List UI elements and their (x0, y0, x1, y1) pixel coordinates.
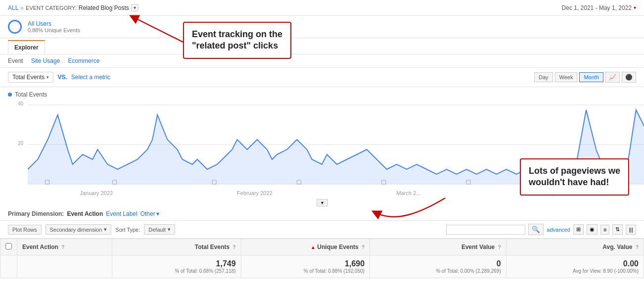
legend-label: Total Events (15, 91, 47, 98)
secondary-dim-arrow: ▾ (104, 226, 107, 233)
unique-events-cell: 1,690 % of Total: 0.88% (192,050) (241, 255, 370, 278)
breadcrumb-event-val: Related Blog Posts (79, 4, 129, 11)
event-value-sub: % of Total: 0.00% (2,289,269) (375, 268, 501, 274)
table-total-row: 1,749 % of Total: 0.68% (257,118) 1,690 … (0, 255, 644, 278)
total-events-value: 1,749 (117, 259, 236, 268)
tabs-row: Explorer (0, 38, 644, 54)
primary-dim-event-action[interactable]: Event Action (67, 210, 103, 217)
breadcrumb-all[interactable]: ALL (8, 4, 18, 11)
th-checkbox (0, 239, 17, 255)
date-range[interactable]: Dec 1, 2021 - May 1, 2022 ▾ (562, 4, 636, 11)
total-events-sub: % of Total: 0.68% (257,118) (117, 268, 236, 274)
scatter-chart-icon-btn[interactable]: ⚫ (622, 72, 636, 83)
subtabs-row: Event Site Usage Ecommerce (0, 54, 644, 68)
custom-view-btn[interactable]: ||| (626, 225, 636, 235)
legend-dot (8, 93, 12, 97)
bar-view-btn[interactable]: ≡ (600, 225, 609, 235)
line-chart-icon-btn[interactable]: 📈 (605, 72, 620, 83)
date-range-arrow: ▾ (634, 5, 636, 10)
avg-value-cell: 0.00 Avg for View: 8.90 (-100.00%) (506, 255, 644, 278)
data-table: Event Action ? Total Events ? ▲ Unique E… (0, 239, 644, 278)
th-unique-events-help[interactable]: ? (362, 245, 365, 250)
select-metric[interactable]: Select a metric (71, 74, 110, 81)
other-arrow: ▾ (156, 210, 159, 217)
date-range-text: Dec 1, 2021 - May 1, 2022 (562, 4, 632, 11)
scroll-indicator: ▾ (8, 198, 636, 207)
th-total-events-help[interactable]: ? (233, 245, 236, 250)
vs-label: VS. (57, 74, 67, 81)
search-input[interactable] (446, 225, 525, 235)
annotation-text-2: Lots of pageviews wewouldn't have had! (529, 166, 620, 187)
segment-bar: All Users 0.88% Unique Events (0, 16, 644, 38)
sort-type-label: Sort Type: (115, 227, 140, 233)
th-total-events: Total Events ? (112, 239, 241, 255)
primary-dim-event-label[interactable]: Event Label (106, 210, 137, 217)
other-label: Other (140, 210, 155, 217)
th-event-action-help[interactable]: ? (61, 245, 64, 250)
scroll-btn[interactable]: ▾ (317, 199, 328, 206)
search-button[interactable]: 🔍 (528, 224, 544, 235)
y-label-40: 40 (18, 101, 23, 106)
th-avg-value-help[interactable]: ? (636, 245, 639, 250)
event-value-cell: 0 % of Total: 0.00% (2,289,269) (370, 255, 506, 278)
x-label-feb: February 2022 (237, 190, 273, 196)
sort-arrow: ▾ (168, 226, 171, 233)
pie-view-btn[interactable]: ◉ (587, 224, 598, 235)
metric-select[interactable]: Total Events ▾ (8, 72, 53, 83)
controls-left: Plot Rows Secondary dimension ▾ Sort Typ… (8, 224, 175, 235)
tab-explorer[interactable]: Explorer (8, 40, 45, 54)
event-value-val: 0 (375, 259, 501, 268)
metric-select-arrow: ▾ (46, 75, 49, 80)
chart-legend: Total Events (8, 91, 636, 98)
segment-icon (8, 20, 22, 34)
pivot-view-btn[interactable]: ⇅ (612, 224, 623, 235)
view-btn-week[interactable]: Week (555, 72, 578, 82)
primary-dim-label: Primary Dimension: (8, 210, 64, 217)
header: ALL » EVENT CATEGORY: Related Blog Posts… (0, 0, 644, 16)
segment-info: All Users 0.88% Unique Events (28, 20, 80, 33)
annotation-box-1: Event tracking on the"related post" clic… (183, 22, 291, 59)
view-btn-day[interactable]: Day (534, 72, 553, 82)
avg-value-val: 0.00 (511, 259, 639, 268)
avg-value-sub: Avg for View: 8.90 (-100.00%) (511, 268, 639, 274)
metric-left: Total Events ▾ VS. Select a metric (8, 72, 110, 83)
subtab-event[interactable]: Event (8, 57, 23, 64)
secondary-dim-select[interactable]: Secondary dimension ▾ (46, 224, 112, 235)
total-checkbox-cell (0, 255, 17, 278)
controls-row: Plot Rows Secondary dimension ▾ Sort Typ… (0, 221, 644, 239)
metric-row: Total Events ▾ VS. Select a metric Day W… (0, 68, 644, 87)
metric-right: Day Week Month 📈 ⚫ (534, 72, 636, 83)
breadcrumb: ALL » EVENT CATEGORY: Related Blog Posts… (8, 4, 138, 11)
segment-name[interactable]: All Users (28, 20, 80, 27)
breadcrumb-sep: » (20, 4, 24, 11)
annotation-box-2: Lots of pageviews wewouldn't have had! (520, 158, 629, 196)
plot-rows-btn[interactable]: Plot Rows (8, 225, 42, 235)
annotation-text-1: Event tracking on the"related post" clic… (192, 29, 282, 50)
th-event-value-help[interactable]: ? (498, 245, 501, 250)
total-events-cell: 1,749 % of Total: 0.68% (257,118) (112, 255, 241, 278)
unique-events-value: 1,690 (246, 259, 365, 268)
metric-select-label: Total Events (12, 74, 45, 81)
table-view-btn[interactable]: ⊞ (573, 224, 584, 235)
segment-pct: 0.88% Unique Events (28, 27, 80, 33)
view-btn-month[interactable]: Month (579, 72, 603, 82)
advanced-link[interactable]: advanced (547, 227, 570, 233)
primary-dimension-row: Primary Dimension: Event Action Event La… (0, 207, 644, 221)
y-label-20: 20 (18, 141, 23, 146)
select-all-checkbox[interactable] (5, 243, 12, 249)
primary-dim-other[interactable]: Other ▾ (140, 210, 159, 217)
x-label-march: March 2... (397, 190, 421, 196)
controls-right: 🔍 advanced ⊞ ◉ ≡ ⇅ ||| (446, 224, 636, 235)
sort-type-select[interactable]: Default ▾ (144, 224, 175, 235)
subtab-site-usage[interactable]: Site Usage (31, 57, 60, 64)
breadcrumb-dropdown[interactable]: ▾ (131, 4, 138, 11)
th-event-value: Event Value ? (370, 239, 506, 255)
breadcrumb-event-cat: EVENT CATEGORY: (26, 5, 77, 11)
th-event-action: Event Action ? (17, 239, 112, 255)
unique-events-sub: % of Total: 0.88% (192,050) (246, 268, 365, 274)
subtab-ecommerce[interactable]: Ecommerce (68, 57, 99, 64)
total-event-action-cell (17, 255, 112, 278)
th-avg-value: Avg. Value ? (506, 239, 644, 255)
x-label-jan: January 2022 (80, 190, 113, 196)
th-unique-events: ▲ Unique Events ? (241, 239, 370, 255)
